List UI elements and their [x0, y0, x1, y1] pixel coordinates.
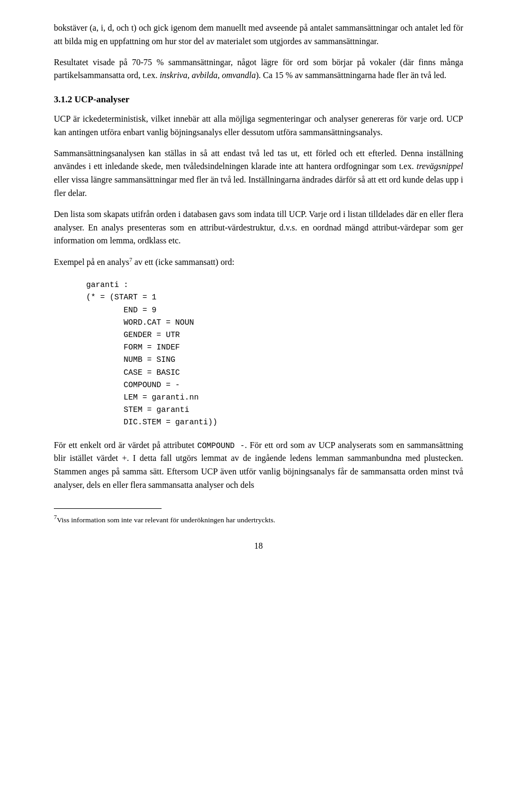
footnote-7: 7Viss information som inte var relevant … — [54, 513, 463, 525]
footnote-divider — [54, 508, 162, 509]
page-number: 18 — [54, 541, 463, 551]
section-heading-312: 3.1.2 UCP-analyser — [54, 93, 463, 106]
code-block: garanti : (* = (START = 1 END = 9 WORD.C… — [86, 279, 463, 429]
italic-text-2: trevägsnippel — [417, 162, 464, 171]
paragraph-1: bokstäver (a, i, d, och t) och gick igen… — [54, 22, 463, 48]
paragraph-5: Den lista som skapats utifrån orden i da… — [54, 208, 463, 248]
footnote-number-7: 7 — [54, 514, 57, 520]
paragraph-7: För ett enkelt ord är värdet på attribut… — [54, 439, 463, 492]
italic-text-1: inskriva, avbilda, omvandla — [159, 71, 256, 80]
footnote-ref-7: 7 — [129, 256, 132, 263]
paragraph-3: UCP är ickedeterministisk, vilket innebä… — [54, 113, 463, 139]
paragraph-2: Resultatet visade på 70-75 % sammansättn… — [54, 56, 463, 83]
paragraph-6: Exempel på en analys7 av ett (icke samma… — [54, 255, 463, 269]
paragraph-4: Sammansättningsanalysen kan ställas in s… — [54, 147, 463, 200]
inline-code-compound: COMPOUND - — [197, 442, 244, 450]
page-content: bokstäver (a, i, d, och t) och gick igen… — [0, 0, 517, 812]
